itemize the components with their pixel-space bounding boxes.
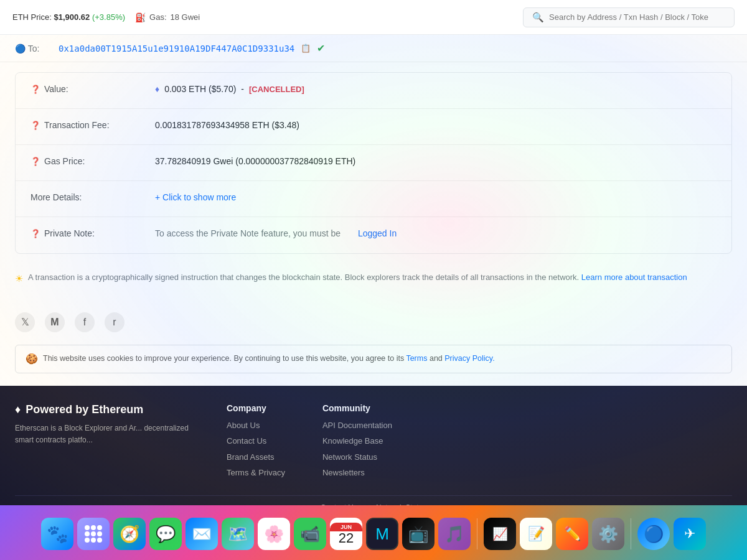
fee-row: ❓ Transaction Fee: 0.001831787693434958 …	[16, 109, 731, 145]
terms-link[interactable]: Terms	[406, 354, 430, 363]
footer-community-col: Community API Documentation Knowledge Ba…	[322, 403, 392, 483]
dock-sketch[interactable]: ✏️	[556, 518, 588, 550]
gas-price-label-text: Gas Price:	[44, 156, 85, 166]
footer-api-link[interactable]: API Documentation	[322, 419, 392, 432]
dock-calendar[interactable]: JUN 22	[330, 518, 362, 550]
footer-divider	[15, 495, 732, 496]
cancelled-badge: [CANCELLED]	[249, 85, 304, 94]
main-content: 🔵 To: 0x1a0da00T1915A15u1e91910A19DF447A…	[0, 35, 747, 522]
twitter-icon[interactable]: 𝕏	[15, 312, 35, 332]
footer-network-link[interactable]: Network Status	[322, 451, 392, 464]
dock-podcasts[interactable]: 🎵	[438, 518, 471, 550]
fee-help-icon[interactable]: ❓	[31, 121, 40, 130]
brand-name-text: Powered by Ethereum	[26, 403, 143, 416]
svg-point-6	[85, 538, 90, 543]
dock-mail[interactable]: ✉️	[186, 518, 218, 550]
value-row: ❓ Value: ♦ 0.003 ETH ($5.70) - [CANCELLE…	[16, 73, 731, 109]
private-note-help-icon[interactable]: ❓	[31, 229, 40, 238]
footer-company-title: Company	[227, 403, 285, 413]
dock-tv[interactable]: 📺	[402, 518, 435, 550]
dock-photos[interactable]: 🌸	[258, 518, 290, 550]
dock-messages[interactable]: 💬	[149, 518, 182, 550]
fee-label-text: Transaction Fee:	[44, 120, 110, 130]
eth-price-change: (+3.85%)	[92, 12, 125, 22]
value-value: ♦ 0.003 ETH ($5.70) - [CANCELLED]	[155, 84, 716, 94]
eth-price-value: $1,900.62	[54, 12, 90, 22]
dock-safari[interactable]: 🧭	[113, 518, 146, 550]
value-help-icon[interactable]: ❓	[31, 85, 40, 94]
search-input[interactable]	[549, 12, 725, 22]
cookie-message: This website uses cookies to improve you…	[43, 354, 404, 363]
svg-point-2	[97, 525, 102, 530]
more-details-link[interactable]: + Click to show more	[155, 192, 236, 202]
to-address[interactable]: 0x1a0da00T1915A15u1e91910A19DF447A0C1D93…	[59, 44, 294, 54]
dock-stocks[interactable]: 📈	[484, 518, 516, 550]
navbar: ETH Price: $1,900.62 (+3.85%) ⛽ Gas: 18 …	[0, 0, 747, 35]
svg-point-1	[91, 525, 96, 530]
verified-icon: ✔	[317, 42, 325, 54]
copy-icon[interactable]: 📋	[301, 44, 311, 53]
logged-in-text: Logged In	[358, 228, 397, 238]
calendar-day: 22	[339, 531, 354, 545]
svg-point-8	[97, 538, 102, 543]
gas-price-row: ❓ Gas Price: 37.782840919 Gwei (0.000000…	[16, 145, 731, 181]
gas-price-help-icon[interactable]: ❓	[31, 157, 40, 166]
dock-app-extra1[interactable]: 🔵	[637, 518, 670, 550]
footer-kb-link[interactable]: Knowledge Base	[322, 435, 392, 447]
logged-in-link[interactable]: Logged In	[358, 228, 397, 238]
brand-desc: Etherscan is a Block Explorer and Ar... …	[15, 422, 189, 446]
private-note-value: To access the Private Note feature, you …	[155, 228, 716, 238]
cookie-text: This website uses cookies to improve you…	[43, 353, 495, 365]
dock-facetime[interactable]: 📹	[294, 518, 326, 550]
fee-label: ❓ Transaction Fee:	[31, 120, 155, 130]
search-icon: 🔍	[532, 12, 544, 23]
gas-value: 18 Gwei	[171, 12, 200, 22]
info-note: ☀ A transaction is a cryptographically s…	[0, 264, 747, 294]
dock-system-prefs[interactable]: ⚙️	[592, 518, 624, 550]
terms-link-text: Terms	[406, 354, 427, 363]
more-details-link-text: + Click to show more	[155, 192, 236, 202]
reddit-icon[interactable]: r	[105, 312, 125, 332]
footer-newsletter-link[interactable]: Newsletters	[322, 467, 392, 479]
footer: ♦ Powered by Ethereum Etherscan is a Blo…	[0, 386, 747, 522]
footer-about-link[interactable]: About Us	[227, 419, 285, 432]
private-note-text: To access the Private Note feature, you …	[155, 228, 341, 238]
footer-brand: ♦ Powered by Ethereum Etherscan is a Blo…	[15, 403, 189, 483]
footer-brand-link[interactable]: Brand Assets	[227, 451, 285, 464]
private-note-label: ❓ Private Note:	[31, 228, 155, 238]
medium-icon[interactable]: M	[45, 312, 65, 332]
social-bar: 𝕏 M f r	[0, 300, 747, 345]
gas-price-label: ❓ Gas Price:	[31, 156, 155, 166]
dock-notes[interactable]: 📝	[520, 518, 552, 550]
privacy-link[interactable]: Privacy Policy.	[444, 354, 494, 363]
gas-price-amount: 37.782840919 Gwei (0.000000037782840919 …	[155, 156, 355, 166]
eth-price: ETH Price: $1,900.62 (+3.85%)	[12, 12, 125, 22]
svg-point-3	[85, 531, 90, 536]
eth-diamond-icon: ♦	[155, 84, 159, 94]
dock-app-extra2[interactable]: ✈	[674, 518, 706, 550]
footer-contact-link[interactable]: Contact Us	[227, 435, 285, 447]
gas-icon: ⛽	[135, 12, 146, 22]
svg-point-4	[91, 531, 96, 536]
value-label: ❓ Value:	[31, 84, 155, 94]
more-details-value: + Click to show more	[155, 192, 716, 202]
privacy-link-text: Privacy Policy.	[444, 354, 494, 363]
navbar-left: ETH Price: $1,900.62 (+3.85%) ⛽ Gas: 18 …	[12, 12, 200, 22]
dock-maps[interactable]: 🗺️	[222, 518, 254, 550]
dock-separator-2	[631, 518, 631, 549]
dock-finder[interactable]: 🐾	[41, 518, 73, 550]
dock-launchpad[interactable]	[77, 518, 110, 550]
facebook-icon[interactable]: f	[75, 312, 95, 332]
value-amount: 0.003 ETH ($5.70)	[164, 84, 236, 94]
search-bar[interactable]: 🔍	[523, 7, 735, 27]
to-label: 🔵 To:	[15, 44, 52, 54]
gas-price-value: 37.782840919 Gwei (0.000000037782840919 …	[155, 156, 716, 166]
address-row: 🔵 To: 0x1a0da00T1915A15u1e91910A19DF447A…	[0, 35, 747, 62]
footer-top: ♦ Powered by Ethereum Etherscan is a Blo…	[15, 403, 732, 483]
gas-label: Gas:	[149, 12, 166, 22]
footer-terms-link[interactable]: Terms & Privacy	[227, 467, 285, 479]
cookie-banner: 🍪 This website uses cookies to improve y…	[15, 345, 732, 373]
ethereum-diamond-icon: ♦	[15, 403, 21, 416]
dock-music-app[interactable]: M	[366, 518, 398, 550]
learn-more-link[interactable]: Learn more about transaction	[581, 273, 687, 282]
